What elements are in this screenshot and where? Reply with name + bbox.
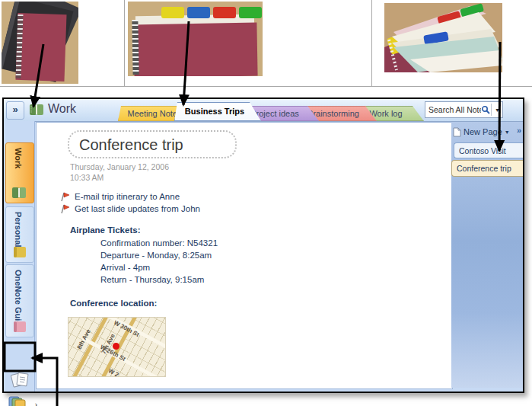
unfiled-notes-button[interactable] <box>7 368 33 392</box>
new-page-label: New Page <box>464 127 502 136</box>
chevron-down-icon: ▼ <box>505 129 510 135</box>
red-flag-icon <box>59 191 70 202</box>
work-notebook-icon <box>11 186 28 200</box>
spiral-binding <box>16 14 24 79</box>
spiral-binding <box>132 20 139 75</box>
sidebar-item-onenote-guide[interactable]: OneNote Guide <box>5 264 34 337</box>
page-canvas[interactable]: Conference trip Thursday, January 12, 20… <box>36 122 453 389</box>
maroon-notebook-cover <box>133 23 257 76</box>
maroon-notebook <box>15 13 66 82</box>
navigation-bar: Work Personal OneNote Guide <box>4 121 35 392</box>
guide-notebook-icon <box>11 320 28 334</box>
divider-line-vertical-right <box>371 0 372 86</box>
search-divider <box>491 104 492 116</box>
photo-notebook-with-tabs <box>128 2 263 76</box>
search-icon <box>481 105 490 114</box>
red-tab-chip <box>213 7 236 18</box>
page-tab-label: Conference trip <box>457 164 511 173</box>
todo-text: Get last slide updates from John <box>75 204 200 213</box>
page-title[interactable]: Conference trip <box>68 130 237 158</box>
green-tab-chip <box>239 7 262 18</box>
all-notebooks-button[interactable]: › <box>7 395 33 406</box>
yellow-tab-chip <box>161 7 184 18</box>
ticket-detail: Departure - Monday, 8:25am <box>100 251 212 260</box>
sidebar-item-personal[interactable]: Personal <box>5 206 34 263</box>
page-tabs-pane: New Page ▼ » Contoso Visit Conference tr… <box>451 122 523 388</box>
unfiled-notes-icon <box>7 368 33 392</box>
page-date: Thursday, January 12, 2006 <box>70 162 169 171</box>
red-flag-icon <box>59 203 70 214</box>
section-tab-label: Business Trips <box>185 107 244 116</box>
notebook-tab-label: Personal <box>14 212 23 247</box>
chevron-down-icon: ▼ <box>495 107 500 113</box>
expand-chevron-icon: › <box>35 401 37 406</box>
divider-line-horizontal <box>0 86 532 87</box>
new-page-button[interactable]: New Page ▼ <box>453 124 512 139</box>
chevron-double-icon: » <box>12 104 18 115</box>
todo-text: E-mail trip itinerary to Anne <box>75 192 180 201</box>
chevron-double-icon: » <box>517 126 521 135</box>
notebook-title: Work <box>48 102 76 116</box>
screenshot-root: » Work Meeting Notes Business Trips Proj… <box>0 0 532 406</box>
map-location-marker <box>113 343 119 350</box>
airplane-tickets-heading: Airplane Tickets: <box>70 225 140 235</box>
blue-tab-chip <box>187 7 210 18</box>
ticket-detail: Confirmation number: N54321 <box>100 238 218 248</box>
section-tab-business-trips[interactable]: Business Trips <box>174 102 261 121</box>
personal-notebook-icon <box>11 245 28 259</box>
search-input[interactable]: Search All Notebooks <box>425 105 481 114</box>
divider-line-vertical-left <box>124 0 125 86</box>
photo-open-notebook-sections <box>384 3 502 72</box>
page-tab-contoso-visit[interactable]: Contoso Visit <box>454 142 523 158</box>
photo-spiral-notebooks <box>2 2 78 84</box>
notebook-stack-icon <box>7 395 30 406</box>
notebook-tab-label: Work <box>14 148 23 168</box>
search-scope-dropdown[interactable]: ▼ <box>492 107 502 113</box>
onenote-window: » Work Meeting Notes Business Trips Proj… <box>2 98 524 393</box>
page-tab-conference-trip[interactable]: Conference trip <box>451 160 523 177</box>
navbar-collapse-button[interactable]: » <box>6 101 24 120</box>
map-image: 8th Ave 7th Ave W 30th St W 26th St W 2 <box>68 317 166 377</box>
page-tab-label: Contoso Visit <box>459 146 506 155</box>
section-tab-label: Work log <box>369 109 402 118</box>
ticket-detail: Return - Thursday, 9:15am <box>100 275 204 284</box>
todo-item[interactable]: Get last slide updates from John <box>59 203 200 214</box>
todo-item[interactable]: E-mail trip itinerary to Anne <box>59 190 180 202</box>
new-page-icon <box>453 127 461 137</box>
page-time: 10:33 AM <box>70 173 104 182</box>
sidebar-item-work[interactable]: Work <box>5 142 34 203</box>
collapse-page-tabs-button[interactable]: » <box>517 126 521 135</box>
search-box[interactable]: Search All Notebooks ▼ <box>425 101 503 118</box>
open-notebook-illustration <box>384 3 502 72</box>
header-bar: » Work Meeting Notes Business Trips Proj… <box>4 99 523 122</box>
conference-location-heading: Conference location: <box>70 299 157 308</box>
notebook-icon <box>28 102 45 117</box>
section-tab-label: Meeting Notes <box>128 109 182 118</box>
ticket-detail: Arrival - 4pm <box>100 263 150 272</box>
